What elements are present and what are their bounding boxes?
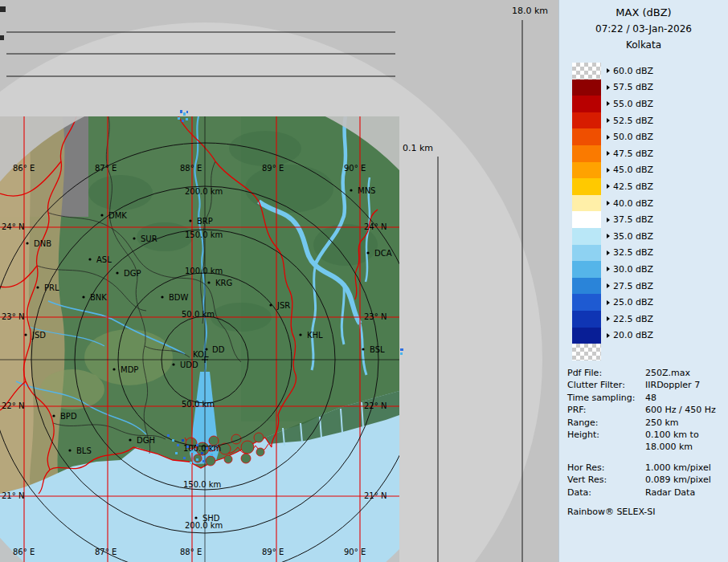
city-dot <box>68 449 71 451</box>
lon-label: 86° E <box>13 548 35 556</box>
city-dot <box>161 295 163 298</box>
city-dot <box>82 295 84 298</box>
product-datetime: 07:22 / 03-Jan-2026 <box>559 21 728 37</box>
city-dot <box>189 219 191 222</box>
scale-row: 52.5 dBZ <box>572 112 653 129</box>
lon-label: 88° E <box>180 164 202 173</box>
city-label: SHD <box>202 514 220 523</box>
lon-label: 87° E <box>95 548 117 556</box>
lat-label: 21° N <box>364 491 386 500</box>
scale-label: 47.5 dBZ <box>613 149 653 159</box>
top-height-label: 18.0 km <box>512 6 548 16</box>
scale-swatch <box>572 228 601 245</box>
city-label: SUR <box>141 234 157 243</box>
scale-row: 30.0 dBZ <box>572 261 653 278</box>
info-value: 1.000 km/pixel <box>645 462 711 474</box>
scale-row: 35.0 dBZ <box>572 228 653 245</box>
city-label: BLS <box>76 446 92 455</box>
city-dot <box>88 258 91 260</box>
info-label: Pdf File: <box>567 367 645 379</box>
info-label: Hor Res: <box>567 462 645 474</box>
scale-tick-icon <box>607 151 610 156</box>
ring-label: 200.0 km <box>185 187 223 196</box>
info-value: 250Z.max <box>645 367 690 379</box>
scale-tick-icon <box>607 267 610 271</box>
city-label: BRP <box>197 217 213 226</box>
scale-tick-icon <box>607 184 610 189</box>
lon-label: 88° E <box>180 548 202 556</box>
city-label: KHL <box>307 331 323 340</box>
scale-row: 37.5 dBZ <box>572 211 653 228</box>
scale-swatch <box>572 261 601 278</box>
scale-swatch <box>572 112 601 129</box>
info-value: 250 km <box>645 417 679 429</box>
station-name: Kolkata <box>559 37 728 53</box>
software-brand: Rainbow® SELEX-SI <box>567 507 724 517</box>
info-label: Vert Res: <box>567 474 645 486</box>
city-label: BSL <box>370 345 385 354</box>
lat-label: 22° N <box>364 401 386 410</box>
info-label: Range: <box>567 417 645 429</box>
scale-row: 40.0 dBZ <box>572 195 653 212</box>
scale-label: 20.0 dBZ <box>613 330 653 340</box>
ring-label: 150.0 km <box>185 230 223 239</box>
scale-swatch <box>572 178 601 195</box>
info-row: Data:Radar Data <box>567 487 724 499</box>
info-label: Clutter Filter: <box>567 379 645 391</box>
scale-swatch <box>572 328 601 344</box>
info-value: 0.100 km to <box>645 429 699 441</box>
scale-swatch <box>572 311 601 328</box>
ring-label: 100.0 km <box>183 444 221 453</box>
scale-tick-icon <box>607 218 610 222</box>
lon-label: 86° E <box>13 164 35 173</box>
info-row: Range:250 km <box>567 417 724 429</box>
city-dot <box>366 251 369 254</box>
scale-row: 27.5 dBZ <box>572 278 653 295</box>
scale-row: 50.0 dBZ <box>572 128 653 145</box>
scale-row <box>572 344 653 360</box>
scale-label: 30.0 dBZ <box>613 264 653 275</box>
lat-label: 23° N <box>364 312 386 321</box>
city-label: BDW <box>169 293 189 302</box>
scale-tick-icon <box>607 250 610 255</box>
scale-swatch <box>572 195 601 212</box>
scale-swatch <box>572 96 601 112</box>
info-row: Time sampling:48 <box>567 392 724 404</box>
city-dot <box>299 333 301 336</box>
scale-row: 22.5 dBZ <box>572 311 653 328</box>
city-dot <box>24 333 27 336</box>
side-height-label: 0.1 km <box>403 143 433 153</box>
city-label: JSR <box>276 301 290 310</box>
info-label: Data: <box>567 487 645 499</box>
scale-label: 25.0 dBZ <box>613 297 653 307</box>
scale-swatch <box>572 145 601 162</box>
scale-row: 45.0 dBZ <box>572 162 653 179</box>
city-label: JSD <box>31 331 46 340</box>
city-dot <box>36 286 39 288</box>
city-label: BNK <box>90 293 107 302</box>
scale-row: 42.5 dBZ <box>572 178 653 195</box>
city-label: DMK <box>108 211 127 220</box>
city-label: DCA <box>374 249 392 258</box>
lon-label: 87° E <box>95 164 117 173</box>
scale-label: 50.0 dBZ <box>613 132 653 142</box>
city-label: DD <box>212 345 225 354</box>
scale-label: 27.5 dBZ <box>613 281 653 291</box>
scale-swatch <box>572 79 601 96</box>
scale-label: 22.5 dBZ <box>613 314 653 324</box>
info-label: PRF: <box>567 404 645 416</box>
city-label: UDD <box>180 360 198 369</box>
lon-label: 90° E <box>344 164 366 173</box>
scale-tick-icon <box>607 201 610 206</box>
scale-tick-icon <box>607 168 610 173</box>
lon-label: 89° E <box>262 164 284 173</box>
city-dot <box>172 363 174 365</box>
city-dot <box>133 237 135 239</box>
scale-swatch <box>572 278 601 295</box>
ring-label: 50.0 km <box>182 400 215 409</box>
info-value: 18.000 km <box>645 441 693 453</box>
scale-label: 35.0 dBZ <box>613 231 653 242</box>
scale-swatch <box>572 162 601 179</box>
city-label: BPD <box>60 412 77 421</box>
scale-label: 57.5 dBZ <box>613 82 653 92</box>
